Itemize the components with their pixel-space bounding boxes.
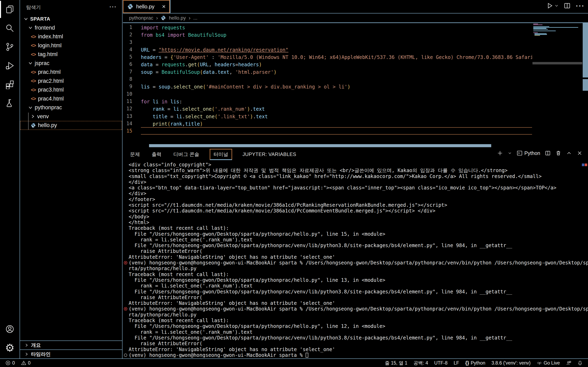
tree-item-login-html[interactable]: <>login.html [20, 41, 122, 50]
status-bar: 00 줄 15, 열 1공백: 4UTF-8LF{}Python3.8.6 ('… [0, 359, 588, 367]
line-number: 10 [123, 90, 141, 98]
terminal-line: <div class="info_copyright"> [123, 162, 588, 167]
terminal-text: <small class="txt_copyright">Copyright ©… [129, 174, 542, 179]
tab-hello-py[interactable]: hello.py × [123, 0, 170, 13]
tree-item-jsprac[interactable]: jsprac [20, 59, 122, 68]
terminal-text: <a class="btn_top" data-tiara-layer="top… [129, 185, 556, 191]
status-indentation[interactable]: 공백: 4 [414, 360, 428, 366]
terminal-icon [517, 150, 523, 156]
status-notifications[interactable] [577, 360, 583, 366]
tree-item-prac4-html[interactable]: <>prac4.html [20, 94, 122, 103]
tree-item-prac3-html[interactable]: <>prac3.html [20, 85, 122, 94]
breadcrumb-file[interactable]: hello.py [169, 15, 186, 21]
split-editor-button[interactable] [563, 2, 571, 9]
tree-item-label: venv [37, 113, 49, 120]
activity-explorer[interactable] [0, 0, 20, 19]
panel-tab-출력[interactable]: 출력 [150, 149, 163, 160]
panel-tab-문제[interactable]: 문제 [129, 149, 141, 160]
terminal-text: Traceback (most recent call last): [129, 318, 229, 323]
code-line-text: headers = {'User-Agent' : 'Mozilla/5.0 (… [141, 53, 532, 60]
code-line: 13 title = li.select_one('.link_txt').te… [123, 113, 532, 120]
activity-account[interactable] [0, 320, 20, 338]
status-feedback[interactable] [566, 360, 571, 366]
tree-item-tag-html[interactable]: <>tag.html [20, 50, 122, 59]
terminal-output[interactable]: <div class="info_copyright"><strong clas… [123, 162, 588, 358]
tree-item-index-html[interactable]: <>index.html [20, 32, 122, 41]
code-line-text: data = requests.get(URL, headers=headers… [141, 60, 532, 68]
timeline-section[interactable]: 타임라인 [20, 350, 122, 359]
panel-tab-jupyter-variables[interactable]: JUPYTER: VARIABLES [241, 149, 298, 159]
tree-item-label: jsprac [35, 60, 49, 67]
extensions-icon [5, 80, 15, 89]
activity-run-debug[interactable] [0, 56, 20, 75]
status-encoding[interactable]: UTF-8 [434, 360, 448, 366]
status-eol[interactable]: LF [454, 360, 459, 366]
activity-settings[interactable]: ⚙ [0, 338, 20, 357]
outline-section-label: 개요 [31, 342, 41, 349]
explorer-icon [5, 5, 15, 14]
terminal-text: </div> [129, 191, 146, 196]
maximize-panel-button[interactable] [566, 150, 572, 156]
activity-source-control[interactable] [0, 38, 20, 56]
status-cursor-position[interactable]: 줄 15, 열 1 [385, 360, 407, 366]
status-python-interpreter[interactable]: 3.8.6 ('venv': venv) [492, 360, 531, 366]
breadcrumb-separator: › [189, 15, 190, 21]
tree-item-SPARTA[interactable]: SPARTA [20, 15, 122, 24]
breadcrumb-symbol[interactable]: ... [193, 15, 198, 21]
code-editor[interactable]: 1import requests2from bs4 import Beautif… [123, 24, 532, 144]
code-line: 8 [123, 75, 532, 83]
terminal-text: File "/Users/hongseong-gwon/Desktop/spar… [129, 335, 512, 341]
panel-tab-터미널[interactable]: 터미널 [210, 149, 232, 160]
minimap-slider[interactable] [532, 62, 582, 64]
scrollbar-thumb[interactable] [583, 79, 588, 91]
kill-terminal-button[interactable] [555, 150, 562, 156]
status-language-mode[interactable]: {}Python [465, 360, 485, 366]
terminal-text: File "/Users/hongseong-gwon/Desktop/spar… [129, 243, 512, 248]
activity-testing[interactable] [0, 94, 20, 113]
run-python-file-button[interactable] [546, 2, 559, 9]
activity-extensions[interactable] [0, 75, 20, 94]
close-tab-icon[interactable]: × [162, 3, 165, 10]
close-panel-button[interactable] [577, 150, 583, 156]
terminal-line: </body> [123, 214, 588, 220]
outline-section[interactable]: 개요 [20, 341, 122, 349]
tree-item-pythonprac[interactable]: pythonprac [20, 103, 122, 112]
terminal-text: (venv) hongseong-gwon@hongseong-gwon-ui-… [129, 352, 306, 358]
settings-icon: ⚙ [5, 342, 15, 353]
terminal-picker-chevron[interactable] [508, 151, 512, 155]
shell-selector[interactable]: Python [517, 150, 540, 156]
terminal-line: raise AttributeError( [123, 295, 588, 300]
scrollbar-thumb[interactable] [583, 23, 588, 77]
more-actions-button[interactable]: ⋯ [575, 2, 584, 9]
code-line: 3 [123, 39, 532, 46]
panel-tab-디버그 콘솔[interactable]: 디버그 콘솔 [172, 149, 201, 160]
status-go-live[interactable]: Go Live [537, 360, 560, 366]
file-tree: SPARTAfrontend<>index.html<>login.html<>… [20, 15, 122, 130]
warning-icon [21, 360, 26, 366]
tree-item-prac2-html[interactable]: <>prac2.html [20, 77, 122, 86]
html-file-icon: <> [30, 69, 36, 75]
terminal-text: </div> [129, 179, 146, 185]
editor-vertical-scrollbar[interactable] [583, 23, 588, 144]
minimap[interactable] [532, 24, 582, 138]
activity-search[interactable] [0, 19, 20, 38]
chevron-down-icon [28, 105, 33, 110]
terminal-text: File "/Users/hongseong-gwon/Desktop/spar… [129, 231, 385, 237]
split-terminal-button[interactable] [545, 150, 551, 156]
code-line: 2from bs4 import BeautifulSoup [123, 31, 532, 38]
terminal-cursor [306, 353, 308, 358]
editor-horizontal-scrollbar[interactable] [149, 144, 491, 147]
sidebar-more-actions-icon[interactable]: ⋯ [109, 2, 116, 11]
new-terminal-button[interactable] [497, 150, 503, 156]
tree-item-frontend[interactable]: frontend [20, 24, 122, 33]
status-warning[interactable]: 0 [21, 360, 31, 366]
timeline-section-label: 타임라인 [31, 351, 51, 358]
chevron-down-icon [554, 3, 559, 8]
tree-item-label: pythonprac [35, 104, 62, 111]
tree-item-venv[interactable]: venv [20, 112, 122, 121]
status-error-circle[interactable]: 0 [5, 360, 15, 366]
tree-item-prac-html[interactable]: <>prac.html [20, 68, 122, 77]
breadcrumb-folder[interactable]: pythonprac [129, 15, 153, 21]
tree-item-hello-py[interactable]: hello.py [20, 121, 122, 130]
chevron-right-icon [25, 343, 29, 347]
